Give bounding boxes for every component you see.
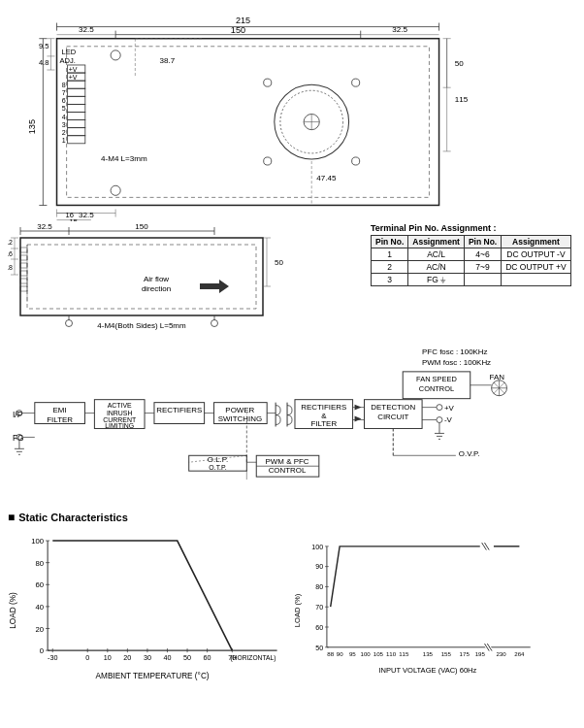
cell: 3 <box>372 274 408 286</box>
svg-rect-35 <box>68 112 85 119</box>
svg-text:INPUT VOLTAGE (VAC) 60Hz: INPUT VOLTAGE (VAC) 60Hz <box>378 666 476 675</box>
svg-text:195: 195 <box>475 650 486 657</box>
svg-point-57 <box>264 157 272 165</box>
svg-text:Air flow: Air flow <box>144 275 169 283</box>
svg-rect-38 <box>68 136 85 144</box>
svg-rect-36 <box>68 120 85 128</box>
svg-rect-34 <box>68 104 85 112</box>
svg-rect-104 <box>20 286 27 291</box>
svg-text:POWER: POWER <box>225 406 254 414</box>
svg-text:6: 6 <box>62 97 66 104</box>
svg-text:100: 100 <box>31 537 44 546</box>
table-row: 2 AC/N 7~9 DC OUTPUT +V <box>372 261 571 274</box>
svg-point-55 <box>264 79 272 86</box>
svg-text:FILTER: FILTER <box>47 415 73 424</box>
svg-text:230: 230 <box>496 650 506 657</box>
side-diagram: 32.5 150 1.2 3.6 5.8 <box>8 223 363 340</box>
svg-text:88: 88 <box>327 650 334 657</box>
svg-text:150: 150 <box>231 25 245 35</box>
cell <box>464 274 501 286</box>
svg-text:60: 60 <box>35 580 44 589</box>
svg-text:175: 175 <box>460 650 470 657</box>
svg-text:CONTROL: CONTROL <box>269 466 307 475</box>
svg-point-56 <box>352 79 360 86</box>
svg-text:ACTIVE: ACTIVE <box>108 402 132 409</box>
svg-rect-87 <box>27 245 256 309</box>
svg-text:50: 50 <box>183 653 191 662</box>
svg-rect-37 <box>68 128 85 136</box>
svg-text:1: 1 <box>62 137 66 144</box>
svg-text:60: 60 <box>315 624 323 632</box>
svg-text:40: 40 <box>163 653 171 662</box>
svg-text:3.6: 3.6 <box>8 250 13 257</box>
svg-text:FAN SPEED: FAN SPEED <box>416 375 457 383</box>
svg-rect-100 <box>20 255 27 260</box>
svg-marker-189 <box>355 416 362 422</box>
svg-text:FAN: FAN <box>490 373 505 381</box>
svg-text:7: 7 <box>62 89 66 96</box>
svg-text:135: 135 <box>423 650 434 657</box>
svg-text:60: 60 <box>204 653 211 662</box>
col-header-pin1: Pin No. <box>372 236 408 248</box>
svg-text:2: 2 <box>62 129 66 136</box>
svg-rect-33 <box>68 96 85 104</box>
svg-text:215: 215 <box>236 16 250 25</box>
pin-table-area: Terminal Pin No. Assignment : Pin No. As… <box>363 223 576 340</box>
svg-rect-86 <box>20 238 263 315</box>
svg-text:O.V.P.: O.V.P. <box>459 449 480 458</box>
svg-text:&: & <box>321 412 327 420</box>
svg-text:9.5: 9.5 <box>39 42 49 50</box>
svg-text:O.T.P.: O.T.P. <box>209 464 226 471</box>
svg-text:SWITCHING: SWITCHING <box>218 414 262 423</box>
cell: 4~6 <box>464 248 501 261</box>
svg-text:PFC fosc : 100KHz: PFC fosc : 100KHz <box>422 347 488 356</box>
cell: AC/N <box>408 261 465 274</box>
svg-rect-102 <box>20 271 27 276</box>
svg-text:15: 15 <box>69 217 77 221</box>
svg-text:100: 100 <box>360 650 371 657</box>
middle-section: 32.5 150 1.2 3.6 5.8 <box>8 223 576 340</box>
svg-text:LED: LED <box>62 48 77 56</box>
cell: 7~9 <box>464 261 501 274</box>
static-title: Static Characteristics <box>8 511 576 524</box>
svg-text:90: 90 <box>315 563 323 571</box>
svg-text:32.5: 32.5 <box>79 211 94 219</box>
cell: DC OUTPUT -V <box>502 248 570 261</box>
svg-text:115: 115 <box>399 650 409 657</box>
svg-text:LOAD (%): LOAD (%) <box>293 593 302 627</box>
cell: AC/L <box>408 248 465 261</box>
svg-text:155: 155 <box>441 650 452 657</box>
svg-text:INRUSH: INRUSH <box>107 410 133 416</box>
svg-text:50: 50 <box>315 645 323 652</box>
svg-point-49 <box>111 185 120 195</box>
svg-text:264: 264 <box>514 650 525 657</box>
svg-text:30: 30 <box>144 653 151 662</box>
svg-text:(HORIZONTAL): (HORIZONTAL) <box>230 654 276 662</box>
pin-table-title: Terminal Pin No. Assignment : <box>371 223 576 233</box>
svg-text:115: 115 <box>455 95 469 104</box>
svg-text:32.5: 32.5 <box>79 25 94 34</box>
svg-text:4.8: 4.8 <box>39 58 49 67</box>
pin-table: Pin No. Assignment Pin No. Assignment 1 … <box>371 235 571 286</box>
svg-text:100: 100 <box>311 544 323 551</box>
svg-text:-V: -V <box>444 416 453 425</box>
block-diagram: PFC fosc : 100KHz PWM fosc : 100KHz FAN … <box>8 342 576 507</box>
cell: 2 <box>372 261 408 274</box>
svg-text:LOAD (%): LOAD (%) <box>9 592 17 629</box>
svg-text:32.5: 32.5 <box>392 25 407 34</box>
svg-text:RECTIFIERS: RECTIFIERS <box>156 406 202 414</box>
svg-text:RECTIFIERS: RECTIFIERS <box>301 403 346 412</box>
col-header-assign1: Assignment <box>408 236 465 248</box>
svg-text:32.5: 32.5 <box>37 223 52 231</box>
static-title-text: Static Characteristics <box>18 512 128 523</box>
svg-text:47.45: 47.45 <box>316 174 337 182</box>
col-header-pin2: Pin No. <box>464 236 501 248</box>
table-row: 1 AC/L 4~6 DC OUTPUT -V <box>372 248 571 261</box>
svg-text:+V: +V <box>69 74 78 81</box>
svg-rect-0 <box>57 39 439 206</box>
cell: 1 <box>372 248 408 261</box>
svg-text:CONTROL: CONTROL <box>419 384 454 393</box>
svg-text:DETECTION: DETECTION <box>371 403 415 412</box>
svg-text:direction: direction <box>142 284 171 293</box>
table-row: 3 FG ⏚ <box>372 274 571 286</box>
